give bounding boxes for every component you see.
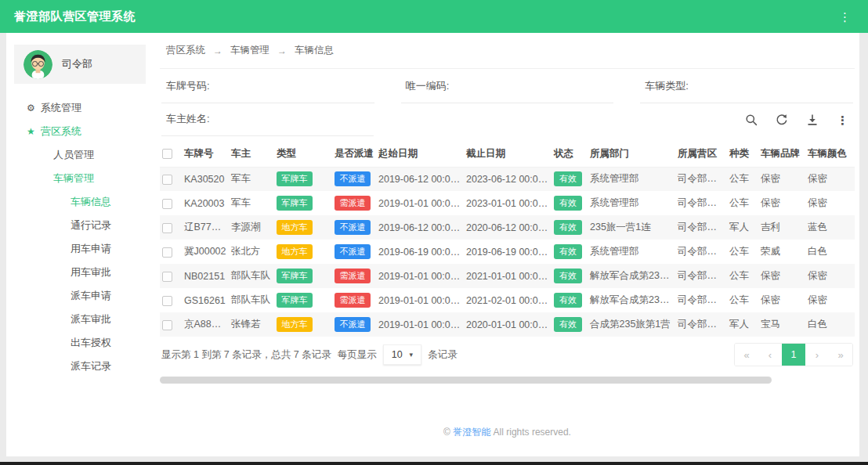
sidebar-item-dispatch-records[interactable]: 派车记录 bbox=[6, 355, 154, 378]
more-options-icon[interactable]: ⋮ bbox=[837, 114, 848, 126]
horizontal-scrollbar-thumb[interactable] bbox=[160, 377, 772, 384]
plate-number-field: 车牌号码: bbox=[161, 70, 374, 103]
column-header: 车主 bbox=[229, 141, 274, 167]
cell-type: 地方车 bbox=[274, 312, 332, 337]
cell-brand: 保密 bbox=[758, 264, 805, 288]
column-header: 截止日期 bbox=[464, 141, 552, 167]
page-size-select[interactable]: 10 ▾ bbox=[383, 344, 421, 365]
table-row: KA20003军车军牌车需派遣2019-01-01 00:00:002023-0… bbox=[160, 191, 855, 215]
sidebar-item-label: 用车申请 bbox=[71, 242, 111, 256]
cell-start: 2019-06-19 00:00:00 bbox=[376, 240, 464, 264]
pager-page-1-button[interactable]: 1 bbox=[782, 344, 805, 366]
cell-department: 系统管理部 bbox=[588, 191, 675, 215]
breadcrumb-item[interactable]: 车辆信息 bbox=[295, 44, 334, 57]
search-icon[interactable] bbox=[745, 114, 758, 126]
vehicle-type-select[interactable] bbox=[689, 79, 853, 93]
cell-end: 2021-02-01 00:00:00 bbox=[464, 288, 552, 312]
cell-brand: 保密 bbox=[758, 288, 805, 312]
cell-plate: KA30520 bbox=[182, 167, 229, 191]
pagination: 显示第 1 到第 7 条记录，总共 7 条记录 每页显示 10 ▾ 条记录 «‹… bbox=[160, 343, 855, 366]
pager-last-button[interactable]: » bbox=[829, 344, 852, 366]
cell-department: 解放军合成第235旅 bbox=[588, 264, 675, 288]
pager-next-button[interactable]: › bbox=[805, 344, 829, 366]
cell-type: 军牌车 bbox=[274, 191, 332, 215]
sidebar-item-vehicle-info[interactable]: 车辆信息 bbox=[6, 190, 154, 214]
sidebar-item-departure-authorization[interactable]: 出车授权 bbox=[6, 331, 154, 355]
filters: 车牌号码: 唯一编码: 车辆类型: 车主姓名: bbox=[160, 69, 855, 136]
footer-brand-link[interactable]: 誉澄智能 bbox=[453, 427, 490, 438]
cell-dispatch: 不派遣 bbox=[332, 312, 376, 337]
cell-camp: 司令部营区 bbox=[675, 264, 727, 288]
cell-start: 2019-06-12 00:00:00 bbox=[376, 167, 464, 191]
cell-brand: 保密 bbox=[758, 191, 805, 215]
table-row: NB02151部队车队军牌车需派遣2019-01-01 00:00:002021… bbox=[160, 264, 855, 288]
row-select-cell bbox=[160, 240, 182, 264]
row-checkbox[interactable] bbox=[162, 296, 172, 306]
sidebar-item-label: 派车记录 bbox=[71, 359, 111, 373]
breadcrumb-separator: → bbox=[277, 45, 287, 56]
cell-kind: 军人 bbox=[727, 215, 758, 240]
header-more-icon[interactable]: ⋮ bbox=[836, 9, 854, 24]
sidebar-item-system-management[interactable]: ⚙系统管理 bbox=[6, 96, 154, 120]
cell-status: 有效 bbox=[552, 312, 588, 337]
pager-prev-button[interactable]: ‹ bbox=[758, 344, 782, 366]
sidebar-item-vehicle-use-application[interactable]: 用车申请 bbox=[6, 237, 154, 261]
cell-plate: KA20003 bbox=[182, 191, 229, 215]
cell-dispatch: 需派遣 bbox=[332, 264, 376, 288]
vehicle-type-field: 车辆类型: bbox=[640, 70, 853, 103]
dispatch-badge: 需派遣 bbox=[335, 269, 371, 283]
cell-department: 系统管理部 bbox=[588, 240, 675, 264]
pager-first-button[interactable]: « bbox=[735, 344, 758, 366]
plate-number-input[interactable] bbox=[210, 79, 374, 93]
cell-owner: 部队车队 bbox=[229, 288, 274, 312]
sidebar-item-label: 系统管理 bbox=[41, 101, 81, 115]
cell-brand: 宝马 bbox=[758, 312, 805, 337]
sidebar-item-vehicle-use-approval[interactable]: 用车审批 bbox=[6, 261, 154, 284]
column-header: 所属部门 bbox=[588, 141, 675, 167]
cell-owner: 张北方 bbox=[229, 240, 274, 264]
cell-plate: 京A88888 bbox=[182, 312, 229, 337]
table-toolbar: ⋮ bbox=[745, 114, 853, 126]
cell-vehicle_color: 白色 bbox=[805, 312, 855, 337]
sidebar-item-dispatch-application[interactable]: 派车申请 bbox=[6, 284, 154, 308]
unique-code-field: 唯一编码: bbox=[401, 70, 614, 103]
status-badge: 有效 bbox=[554, 317, 582, 332]
row-checkbox[interactable] bbox=[162, 175, 172, 185]
row-checkbox[interactable] bbox=[162, 223, 172, 233]
breadcrumb: 营区系统→车辆管理→车辆信息 bbox=[160, 33, 855, 69]
unique-code-input[interactable] bbox=[449, 79, 613, 93]
sidebar-item-vehicle-management[interactable]: 车辆管理 bbox=[6, 167, 154, 190]
pagination-summary: 显示第 1 到第 7 条记录，总共 7 条记录 bbox=[161, 348, 331, 362]
breadcrumb-item[interactable]: 车辆管理 bbox=[230, 44, 269, 57]
row-select-cell bbox=[160, 288, 182, 312]
cell-department: 合成第235旅第1营 bbox=[588, 312, 675, 337]
row-checkbox[interactable] bbox=[162, 247, 172, 258]
type-badge: 地方车 bbox=[277, 220, 313, 235]
sidebar-item-dispatch-approval[interactable]: 派车审批 bbox=[6, 308, 154, 331]
refresh-icon[interactable] bbox=[776, 114, 788, 126]
cell-department: 解放军合成第235旅 bbox=[588, 288, 675, 312]
cell-kind: 公车 bbox=[727, 240, 758, 264]
row-checkbox[interactable] bbox=[162, 272, 172, 282]
page-size-value: 10 bbox=[392, 349, 403, 360]
type-badge: 军牌车 bbox=[277, 171, 313, 186]
row-checkbox[interactable] bbox=[162, 199, 172, 209]
sidebar-item-label: 通行记录 bbox=[71, 218, 111, 232]
dispatch-badge: 不派遣 bbox=[335, 220, 371, 235]
sidebar-item-pass-records[interactable]: 通行记录 bbox=[6, 214, 154, 237]
breadcrumb-item[interactable]: 营区系统 bbox=[166, 44, 205, 57]
sidebar-item-camp-system[interactable]: ★营区系统 bbox=[6, 120, 154, 143]
row-checkbox[interactable] bbox=[162, 320, 172, 330]
owner-name-label: 车主姓名: bbox=[166, 112, 210, 126]
sidebar-item-personnel-management[interactable]: 人员管理 bbox=[6, 143, 154, 167]
app-title: 誉澄部队营区管理系统 bbox=[14, 9, 136, 24]
column-header: 类型 bbox=[274, 141, 332, 167]
sidebar-menu: ⚙系统管理★营区系统人员管理车辆管理车辆信息通行记录用车申请用车审批派车申请派车… bbox=[6, 96, 154, 378]
download-icon[interactable] bbox=[806, 114, 819, 126]
dispatch-badge: 不派遣 bbox=[335, 244, 371, 259]
select-all-checkbox[interactable] bbox=[162, 149, 172, 159]
vehicle-type-label: 车辆类型: bbox=[645, 79, 689, 93]
user-name: 司令部 bbox=[62, 57, 92, 71]
type-badge: 地方车 bbox=[277, 317, 313, 332]
owner-name-input[interactable] bbox=[210, 112, 374, 126]
